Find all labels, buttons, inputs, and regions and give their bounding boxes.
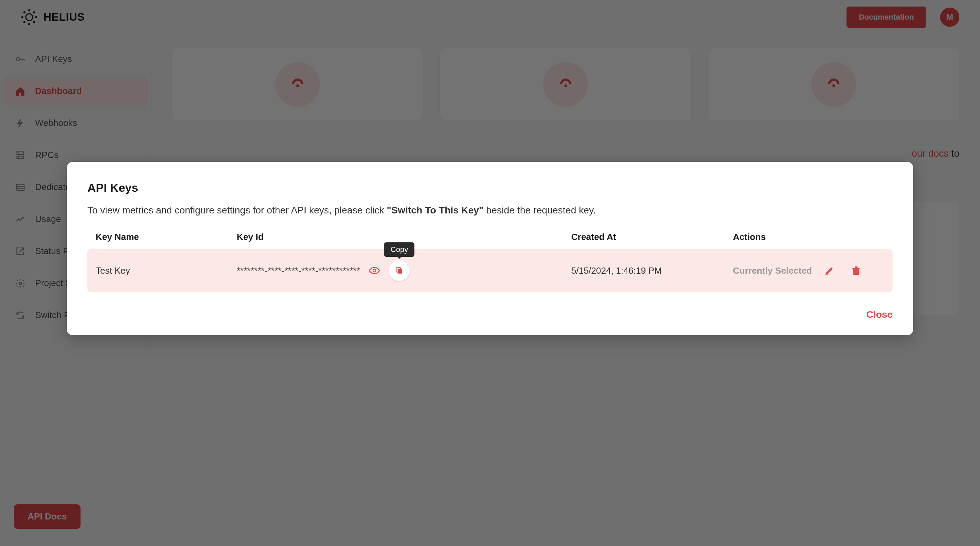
cell-created-at: 5/15/2024, 1:46:19 PM <box>571 266 733 276</box>
table-header: Key Name Key Id Created At Actions <box>88 232 892 249</box>
cell-key-name: Test Key <box>95 266 237 276</box>
modal-description: To view metrics and configure settings f… <box>88 205 892 216</box>
table-row: Test Key ********-****-****-****-*******… <box>88 249 892 292</box>
api-keys-table: Key Name Key Id Created At Actions Test … <box>88 232 892 292</box>
cell-actions: Currently Selected <box>733 262 885 279</box>
eye-icon <box>369 265 380 276</box>
masked-key: ********-****-****-****-************ <box>237 266 360 276</box>
currently-selected-label: Currently Selected <box>733 266 812 276</box>
svg-point-17 <box>373 269 376 272</box>
modal-title: API Keys <box>88 181 892 194</box>
pencil-icon <box>824 265 835 276</box>
copy-icon <box>395 266 404 275</box>
trash-icon <box>851 265 862 276</box>
col-created-at: Created At <box>571 232 733 242</box>
desc-text: beside the requested key. <box>484 205 596 215</box>
delete-key-button[interactable] <box>848 262 864 279</box>
col-key-name: Key Name <box>95 232 237 242</box>
close-button[interactable]: Close <box>867 309 892 320</box>
desc-bold: "Switch To This Key" <box>387 205 484 215</box>
cell-key-id: ********-****-****-****-************ Cop… <box>237 260 571 281</box>
svg-rect-18 <box>398 269 402 274</box>
api-keys-modal: API Keys To view metrics and configure s… <box>67 162 913 335</box>
edit-key-button[interactable] <box>822 262 838 279</box>
col-actions: Actions <box>733 232 885 242</box>
copy-tooltip: Copy <box>384 242 414 257</box>
reveal-key-button[interactable] <box>366 262 383 279</box>
desc-text: To view metrics and configure settings f… <box>88 205 387 215</box>
copy-key-button[interactable]: Copy <box>389 260 409 281</box>
col-key-id: Key Id <box>237 232 571 242</box>
